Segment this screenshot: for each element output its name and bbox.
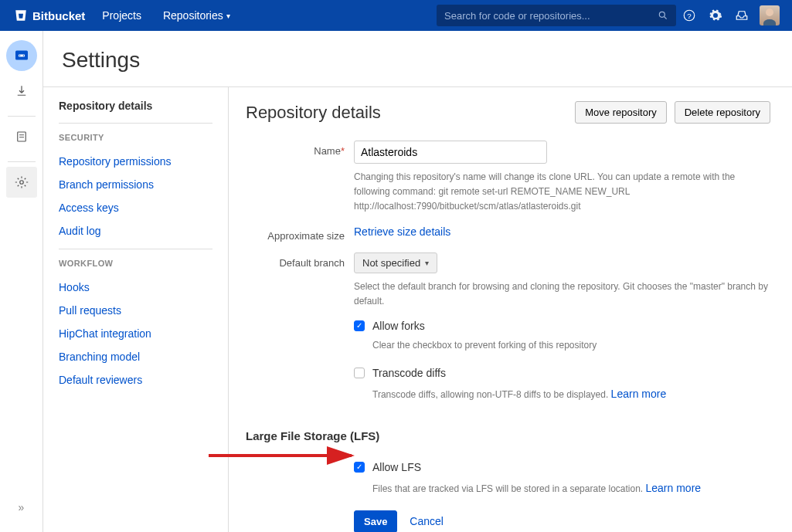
- name-help: Changing this repository's name will cha…: [354, 170, 770, 215]
- sidebar-item-hooks[interactable]: Hooks: [59, 276, 212, 299]
- transcode-diffs-help: Transcode diffs, allowing non-UTF-8 diff…: [372, 385, 770, 402]
- admin-gear-icon[interactable]: [702, 0, 729, 31]
- svg-line-1: [665, 17, 667, 19]
- sidebar-item-branching-model[interactable]: Branching model: [59, 345, 212, 368]
- default-branch-select[interactable]: Not specified▾: [354, 252, 437, 273]
- allow-lfs-help: Files that are tracked via LFS will be s…: [372, 479, 770, 496]
- sidebar-title: Repository details: [59, 100, 212, 117]
- svg-rect-8: [17, 132, 25, 141]
- lfs-section-title: Large File Storage (LFS): [246, 429, 770, 442]
- size-label: Approximate size: [246, 225, 354, 242]
- repo-icon[interactable]: [6, 40, 37, 71]
- allow-forks-label: Allow forks: [372, 320, 425, 332]
- transcode-diffs-checkbox[interactable]: [354, 368, 365, 378]
- nav-projects[interactable]: Projects: [91, 0, 152, 31]
- svg-point-6: [19, 55, 20, 56]
- transcode-diffs-label: Transcode diffs: [372, 367, 446, 379]
- page-title: Settings: [43, 31, 792, 86]
- allow-forks-help: Clear the checkbox to prevent forking of…: [372, 338, 770, 353]
- branch-help: Select the default branch for browsing a…: [354, 280, 770, 309]
- inbox-icon[interactable]: [729, 0, 755, 31]
- group-security: SECURITY: [59, 133, 212, 142]
- branch-label: Default branch: [246, 252, 354, 417]
- user-avatar[interactable]: [760, 5, 780, 25]
- save-button[interactable]: Save: [354, 510, 397, 532]
- brand-logo[interactable]: Bitbucket: [8, 8, 91, 22]
- lfs-learn-more-link[interactable]: Learn more: [646, 482, 702, 494]
- collapse-icon[interactable]: »: [6, 492, 37, 523]
- allow-lfs-checkbox[interactable]: ✓: [354, 462, 365, 473]
- sidebar-item-hipchat[interactable]: HipChat integration: [59, 322, 212, 345]
- cancel-link[interactable]: Cancel: [410, 515, 444, 527]
- transcode-learn-more-link[interactable]: Learn more: [611, 388, 667, 400]
- brand-text: Bitbucket: [32, 9, 85, 22]
- name-label: Name*: [246, 141, 354, 215]
- search-input[interactable]: [444, 10, 658, 22]
- svg-point-11: [19, 181, 23, 185]
- sidebar-item-pull-requests[interactable]: Pull requests: [59, 299, 212, 322]
- allow-forks-checkbox[interactable]: ✓: [354, 320, 365, 331]
- move-repository-button[interactable]: Move repository: [575, 101, 666, 124]
- clone-icon[interactable]: [6, 76, 37, 107]
- bitbucket-icon: [14, 8, 28, 22]
- settings-icon[interactable]: [6, 167, 37, 198]
- search-icon: [658, 10, 668, 21]
- sidebar-item-audit-log[interactable]: Audit log: [59, 219, 212, 242]
- search-box[interactable]: [437, 5, 676, 26]
- svg-point-0: [659, 12, 665, 17]
- help-icon[interactable]: ?: [676, 0, 702, 31]
- chevron-down-icon: ▾: [226, 12, 230, 20]
- sidebar-item-access-keys[interactable]: Access keys: [59, 196, 212, 219]
- svg-text:?: ?: [687, 12, 692, 20]
- nav-repositories[interactable]: Repositories▾: [152, 0, 241, 31]
- sidebar-item-branch-permissions[interactable]: Branch permissions: [59, 173, 212, 196]
- sidebar-item-repository-permissions[interactable]: Repository permissions: [59, 150, 212, 173]
- allow-lfs-label: Allow LFS: [372, 461, 421, 473]
- retrieve-size-link[interactable]: Retrieve size details: [354, 225, 450, 238]
- chevron-down-icon: ▾: [425, 259, 429, 267]
- group-workflow: WORKFLOW: [59, 259, 212, 268]
- sidebar-item-default-reviewers[interactable]: Default reviewers: [59, 368, 212, 391]
- delete-repository-button[interactable]: Delete repository: [675, 101, 770, 124]
- source-icon[interactable]: [6, 121, 37, 152]
- panel-title: Repository details: [246, 103, 381, 123]
- name-input[interactable]: [354, 141, 547, 164]
- svg-point-7: [22, 55, 24, 56]
